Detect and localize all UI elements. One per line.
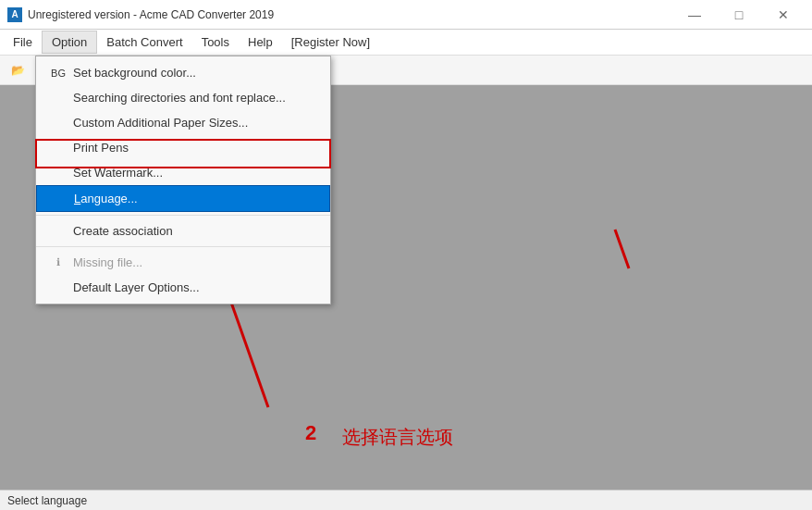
close-button[interactable]: ✕ [762, 0, 805, 30]
menu-register[interactable]: [Register Now] [282, 31, 379, 53]
step2-label: 2 [305, 421, 316, 445]
menu-item-create-assoc[interactable]: Create association [36, 218, 330, 243]
app-icon: A [7, 7, 22, 22]
menu-option[interactable]: Option [42, 31, 97, 54]
create-assoc-label: Create association [73, 224, 173, 238]
menu-bar: File Option Batch Convert Tools Help [Re… [0, 30, 812, 56]
menu-item-print-pens[interactable]: Print Pens [36, 135, 330, 160]
title-bar: A Unregistered version - Acme CAD Conver… [0, 0, 812, 30]
menu-help[interactable]: Help [239, 31, 282, 53]
bg-color-label: Set background color... [73, 66, 196, 80]
status-text: Select language [7, 494, 87, 507]
dropdown-sep2 [36, 246, 330, 247]
minimize-button[interactable]: — [673, 0, 716, 30]
menu-item-missing-file: ℹ Missing file... [36, 250, 330, 275]
dropdown-sep1 [36, 215, 330, 216]
menu-item-default-layer[interactable]: Default Layer Options... [36, 275, 330, 300]
step2-text: 选择语言选项 [342, 425, 453, 450]
print-pens-label: Print Pens [73, 141, 129, 155]
bg-icon: BG [51, 68, 66, 79]
menu-file[interactable]: File [4, 31, 42, 53]
search-dirs-label: Searching directories and font replace..… [73, 91, 286, 105]
missing-file-icon: ℹ [51, 256, 66, 268]
app-title: Unregistered version - Acme CAD Converte… [28, 8, 274, 21]
watermark-label: Set Watermark... [73, 166, 163, 180]
language-label: Language... [74, 192, 138, 205]
menu-item-watermark[interactable]: Set Watermark... [36, 160, 330, 185]
menu-item-search-dirs[interactable]: Searching directories and font replace..… [36, 85, 330, 110]
default-layer-label: Default Layer Options... [73, 280, 200, 294]
menu-batch-convert[interactable]: Batch Convert [97, 31, 191, 53]
menu-tools[interactable]: Tools [192, 31, 239, 53]
title-bar-controls: — □ ✕ [673, 0, 805, 30]
option-dropdown-menu: BG Set background color... Searching dir… [35, 56, 331, 305]
missing-file-label: Missing file... [73, 255, 142, 269]
paper-sizes-label: Custom Additional Paper Sizes... [73, 116, 248, 130]
menu-item-bg-color[interactable]: BG Set background color... [36, 60, 330, 85]
status-bar: Select language [0, 490, 812, 510]
maximize-button[interactable]: □ [718, 0, 760, 30]
menu-item-language[interactable]: Language... [36, 185, 330, 212]
toolbar-open[interactable]: 📂 [6, 59, 30, 81]
title-bar-left: A Unregistered version - Acme CAD Conver… [7, 7, 274, 22]
menu-item-paper-sizes[interactable]: Custom Additional Paper Sizes... [36, 110, 330, 135]
